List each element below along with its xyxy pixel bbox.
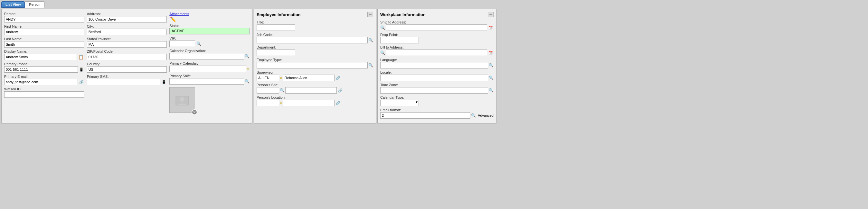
supervisor-name-input[interactable] xyxy=(283,75,335,81)
zip-input[interactable] xyxy=(87,54,167,60)
city-row: City: xyxy=(87,25,167,35)
vip-input-group: 🔍 xyxy=(169,40,250,47)
emp-job-code-input[interactable] xyxy=(257,37,368,43)
wp-language-search-btn[interactable]: 🔍 xyxy=(489,63,494,68)
persons-site-name-input[interactable] xyxy=(285,87,337,94)
wp-email-format-search-btn[interactable]: 🔍 xyxy=(471,113,476,118)
persons-site-input[interactable] xyxy=(257,87,279,94)
main-container: List View Person Person: First Name: xyxy=(0,0,868,125)
wp-time-zone-row: Time Zone: 🔍 xyxy=(380,83,494,94)
wp-ship-to-input[interactable] xyxy=(386,25,487,31)
wp-email-format-row: Email format: 🔍 Advanced xyxy=(380,108,494,119)
supervisor-link-btn[interactable]: 🔗 xyxy=(335,76,341,80)
phone-icon-btn[interactable]: 📱 xyxy=(79,68,84,72)
display-name-icon-btn[interactable]: 📋 xyxy=(78,54,84,60)
persons-location-link-btn[interactable]: 🔗 xyxy=(335,101,341,105)
persons-location-input[interactable] xyxy=(257,100,279,106)
first-name-input[interactable] xyxy=(4,29,84,35)
display-name-label: Display Name: xyxy=(4,49,84,54)
wp-ship-to-search-btn[interactable]: 🔍 xyxy=(380,25,385,30)
emp-job-code-search-btn[interactable]: 🔍 xyxy=(368,38,373,42)
wp-drop-point-input[interactable] xyxy=(380,37,419,43)
wp-ship-to-calendar-btn[interactable]: 📅 xyxy=(488,26,494,30)
primary-sms-input[interactable] xyxy=(87,79,161,85)
primary-calendar-row: Primary Calendar: » xyxy=(169,61,250,72)
wp-bill-to-input[interactable] xyxy=(386,49,487,56)
person-field-row: Person: xyxy=(4,12,84,23)
display-name-input-group: 📋 xyxy=(4,54,84,60)
supervisor-input[interactable] xyxy=(257,75,279,81)
primary-email-input-group: 🔗 xyxy=(4,79,84,85)
wp-time-zone-search-btn[interactable]: 🔍 xyxy=(489,88,494,93)
city-input[interactable] xyxy=(87,29,167,35)
remove-photo-btn[interactable]: ✕ xyxy=(192,109,197,115)
workplace-panel: Workplace Information ─ Ship to Address:… xyxy=(377,9,496,124)
display-name-input[interactable] xyxy=(4,54,77,60)
wp-time-zone-input[interactable] xyxy=(380,87,488,94)
wp-language-label: Language: xyxy=(380,58,494,62)
wp-language-input[interactable] xyxy=(380,62,488,68)
country-row: Country: xyxy=(87,62,167,73)
emp-department-input[interactable] xyxy=(257,49,295,56)
watson-id-row: Watson ID: xyxy=(4,87,84,98)
primary-email-input[interactable] xyxy=(4,79,78,85)
persons-site-search-btn[interactable]: 🔍 xyxy=(280,88,285,93)
wp-email-format-text: Advanced xyxy=(478,113,494,117)
primary-phone-input[interactable] xyxy=(4,66,78,73)
employee-panel-minimize-btn[interactable]: ─ xyxy=(367,12,373,17)
wp-email-format-input-group: 🔍 Advanced xyxy=(380,112,494,119)
watson-id-input[interactable] xyxy=(4,91,84,98)
supervisor-arrow-icon[interactable]: » xyxy=(280,75,282,80)
address-input[interactable] xyxy=(87,16,167,23)
first-name-label: First Name: xyxy=(4,25,84,28)
wp-email-format-input[interactable] xyxy=(380,112,470,119)
wp-calendar-type-dropdown-wrapper: ▼ xyxy=(380,100,419,106)
wp-locale-input[interactable] xyxy=(380,75,488,81)
wp-locale-search-btn[interactable]: 🔍 xyxy=(489,76,494,80)
list-view-tab[interactable]: List View xyxy=(1,1,25,8)
employee-panel-title: Employee Information xyxy=(257,12,301,17)
person-input[interactable] xyxy=(4,16,84,23)
last-name-input[interactable] xyxy=(4,41,84,47)
email-icon-btn[interactable]: 🔗 xyxy=(79,80,84,84)
primary-shift-input[interactable] xyxy=(169,78,244,84)
calendar-org-input[interactable] xyxy=(169,53,244,60)
primary-calendar-arrow-icon[interactable]: » xyxy=(247,66,250,71)
photo-placeholder: ✕ xyxy=(169,87,195,113)
primary-email-label: Primary E-mail: xyxy=(4,75,84,78)
vip-input[interactable] xyxy=(169,40,195,47)
persons-site-link-btn[interactable]: 🔗 xyxy=(337,89,343,93)
workplace-panel-minimize-btn[interactable]: ─ xyxy=(488,12,494,17)
primary-phone-row: Primary Phone: 📱 xyxy=(4,62,84,73)
address-row: Address: xyxy=(87,12,167,23)
persons-location-name-input[interactable] xyxy=(283,100,335,106)
wp-locale-label: Locale: xyxy=(380,70,494,74)
person-label: Person: xyxy=(4,12,84,16)
wp-calendar-type-select[interactable] xyxy=(380,100,419,106)
persons-location-arrow-icon[interactable]: » xyxy=(280,100,282,105)
state-label: State/Province: xyxy=(87,37,167,41)
emp-title-input[interactable] xyxy=(257,25,295,31)
wp-bill-to-search-btn[interactable]: 🔍 xyxy=(380,50,385,55)
wp-language-input-group: 🔍 xyxy=(380,62,494,68)
emp-title-row: Title: xyxy=(257,20,373,31)
emp-employee-type-search-btn[interactable]: 🔍 xyxy=(368,63,373,68)
workplace-panel-header: Workplace Information ─ xyxy=(380,12,494,18)
calendar-org-search-btn[interactable]: 🔍 xyxy=(245,54,250,59)
wp-bill-to-calendar-btn[interactable]: 📅 xyxy=(488,51,494,55)
primary-shift-search-btn[interactable]: 🔍 xyxy=(245,79,250,83)
wp-locale-row: Locale: 🔍 xyxy=(380,70,494,81)
vip-search-btn[interactable]: 🔍 xyxy=(196,41,201,46)
country-input[interactable] xyxy=(87,66,167,73)
attachments-icon-btn[interactable]: ✏️ xyxy=(169,16,177,23)
person-tab[interactable]: Person xyxy=(25,1,44,8)
emp-employee-type-label: Employee Type: xyxy=(257,58,373,62)
emp-employee-type-input-group: 🔍 xyxy=(257,62,373,68)
attachments-link[interactable]: Attachments xyxy=(169,12,250,16)
sms-icon-btn[interactable]: 📱 xyxy=(161,80,167,84)
emp-employee-type-input[interactable] xyxy=(257,62,368,68)
primary-calendar-input[interactable] xyxy=(169,66,246,72)
calendar-org-input-group: 🔍 xyxy=(169,53,250,60)
primary-sms-input-group: 📱 xyxy=(87,79,167,85)
state-input[interactable] xyxy=(87,41,167,47)
